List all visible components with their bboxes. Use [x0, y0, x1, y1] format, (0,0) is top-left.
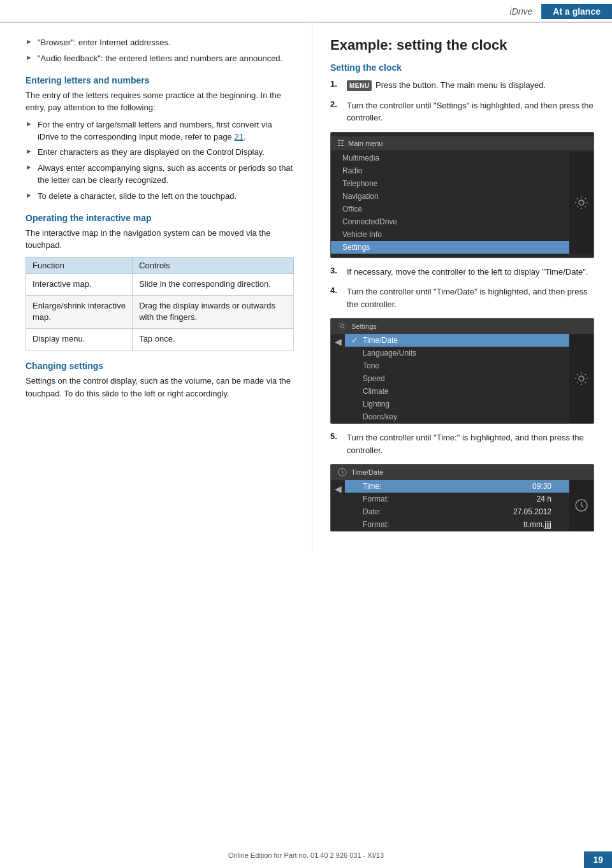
td-value-date: 27.05.2012	[513, 507, 551, 516]
step-1: 1. MENU Press the button. The main menu …	[330, 79, 594, 92]
settings-title-text: Settings	[351, 322, 377, 330]
td-label-format1: Format:	[363, 495, 389, 503]
step-5: 5. Turn the controller until "Time:" is …	[330, 431, 594, 456]
step-text: Turn the controller until "Time:" is hig…	[347, 431, 594, 456]
section-body-entering: The entry of the letters requires some p…	[26, 89, 294, 114]
settings-body: ◀ Time/Date Language/Units Tone Speed Cl…	[331, 334, 594, 423]
step-number: 4.	[330, 286, 343, 295]
settings-item-doorskey: Doors/key	[345, 410, 569, 423]
timedate-title-bar: Time/Date	[331, 465, 594, 480]
timedate-left-arrow-area: ◀	[331, 480, 345, 531]
page-footer: Online Edition for Part no. 01 40 2 926 …	[0, 851, 612, 859]
step-2: 2. Turn the controller until "Settings" …	[330, 99, 594, 124]
section-heading-entering: Entering letters and numbers	[26, 75, 294, 85]
bullet-arrow-icon: ►	[26, 120, 33, 127]
settings-title-bar: Settings	[331, 319, 594, 334]
settings-item-languageunits: Language/Units	[345, 347, 569, 359]
td-label-format2: Format:	[363, 520, 389, 529]
step-text: If necessary, move the controller to the…	[347, 266, 594, 278]
clock-icon-right	[574, 498, 589, 513]
page-header: iDrive At a glance	[0, 0, 612, 23]
timedate-row-date: Date: 27.05.2012	[345, 505, 569, 518]
left-arrow-icon-td: ◀	[335, 484, 342, 494]
section-entering-letters: Entering letters and numbers The entry o…	[26, 75, 294, 203]
bullet-text: For the entry of large/small letters and…	[38, 119, 294, 143]
td-label-time: Time:	[363, 482, 382, 491]
timedate-row-time: Time: 09:30	[345, 480, 569, 493]
top-bullets-section: ► "Browser": enter Internet addresses. ►…	[26, 37, 294, 65]
menu-item-navigation: Navigation	[331, 190, 569, 203]
timedate-rows-list: Time: 09:30 Format: 24 h Date: 27.05.201…	[345, 480, 569, 531]
left-column: ► "Browser": enter Internet addresses. ►…	[0, 23, 312, 552]
bullet-text: To delete a character, slide to the left…	[38, 191, 237, 203]
page-number: 19	[593, 855, 603, 865]
settings-gear-icon	[337, 321, 347, 331]
clock-icon	[337, 467, 347, 477]
timedate-menu-image: Time/Date ◀ Time: 09:30 Format: 24 h	[330, 464, 594, 532]
menu-gear-icon-area	[569, 152, 594, 254]
td-value-time: 09:30	[532, 482, 551, 491]
bullet-text: "Browser": enter Internet addresses.	[38, 37, 171, 49]
bullet-item: ► For the entry of large/small letters a…	[26, 119, 294, 143]
step-3: 3. If necessary, move the controller to …	[330, 266, 594, 278]
menu-button-icon: MENU	[347, 80, 372, 91]
gear-icon	[574, 195, 589, 210]
page-number-box: 19	[584, 851, 612, 868]
table-cell-controls: Drag the display inwards or outwards wit…	[133, 295, 294, 329]
step-text: Turn the controller until "Time/Date" is…	[347, 286, 594, 310]
bullet-item: ► To delete a character, slide to the le…	[26, 191, 294, 203]
table-cell-controls: Slide in the corresponding direction.	[133, 273, 294, 295]
settings-item-climate: Climate	[345, 385, 569, 398]
bullet-item: ► "Audio feedback": the entered letters …	[26, 53, 294, 65]
step-number: 3.	[330, 266, 343, 275]
svg-point-0	[579, 200, 584, 205]
table-header-controls: Controls	[133, 257, 294, 273]
table-cell-function: Display menu.	[26, 329, 133, 351]
td-label-date: Date:	[363, 507, 381, 516]
settings-item-speed: Speed	[345, 372, 569, 385]
settings-menu-image: Settings ◀ Time/Date Language/Units Tone…	[330, 318, 594, 424]
bullet-text: "Audio feedback": the entered letters an…	[38, 53, 282, 65]
svg-point-1	[340, 325, 344, 328]
timedate-body: ◀ Time: 09:30 Format: 24 h Date: 27.05.2…	[331, 480, 594, 531]
settings-item-lighting: Lighting	[345, 398, 569, 410]
td-value-format1: 24 h	[537, 495, 551, 503]
menu-item-settings: Settings	[331, 241, 569, 254]
map-table: Function Controls Interactive map. Slide…	[26, 257, 294, 351]
svg-point-2	[579, 376, 584, 381]
bullet-item: ► Enter characters as they are displayed…	[26, 147, 294, 159]
section-changing-settings: Changing settings Settings on the contro…	[26, 361, 294, 400]
step-number: 2.	[330, 99, 343, 109]
bullet-arrow-icon: ►	[26, 163, 33, 171]
right-sub-heading: Setting the clock	[330, 62, 594, 73]
step-text: Turn the controller until "Settings" is …	[347, 99, 594, 124]
td-value-format2: tt.mm.jjjj	[523, 520, 551, 529]
timedate-right-icon-area	[569, 480, 594, 531]
bullet-text: Enter characters as they are displayed o…	[38, 147, 265, 159]
menu-list-icon: ☷	[337, 139, 344, 148]
step-number: 5.	[330, 431, 343, 441]
bullet-item: ► "Browser": enter Internet addresses.	[26, 37, 294, 49]
table-row: Display menu. Tap once.	[26, 329, 294, 351]
bullet-text: Always enter accompanying signs, such as…	[38, 163, 294, 187]
menu-title-bar: ☷ Main menu	[331, 136, 594, 150]
table-row: Interactive map. Slide in the correspond…	[26, 273, 294, 295]
right-column: Example: setting the clock Setting the c…	[312, 23, 612, 552]
header-idrive-label: iDrive	[501, 4, 542, 19]
right-column-title: Example: setting the clock	[330, 37, 594, 54]
menu-item-vehicleinfo: Vehicle Info	[331, 228, 569, 241]
header-ataglance-label: At a glance	[541, 4, 612, 19]
table-cell-function: Interactive map.	[26, 273, 133, 295]
bullet-arrow-icon: ►	[26, 191, 33, 199]
settings-item-tone: Tone	[345, 359, 569, 372]
menu-item-multimedia: Multimedia	[331, 152, 569, 164]
main-menu-image: ☷ Main menu Multimedia Radio Telephone N…	[330, 132, 594, 258]
menu-title-text: Main menu	[348, 140, 382, 147]
page-link[interactable]: 21	[234, 132, 243, 141]
section-heading-map: Operating the interactive map	[26, 213, 294, 223]
settings-left-arrow-area: ◀	[331, 334, 345, 423]
menu-body: Multimedia Radio Telephone Navigation Of…	[331, 152, 594, 254]
bullet-arrow-icon: ►	[26, 147, 33, 155]
bullet-arrow-icon: ►	[26, 38, 33, 45]
table-row: Enlarge/shrink interactive map. Drag the…	[26, 295, 294, 329]
